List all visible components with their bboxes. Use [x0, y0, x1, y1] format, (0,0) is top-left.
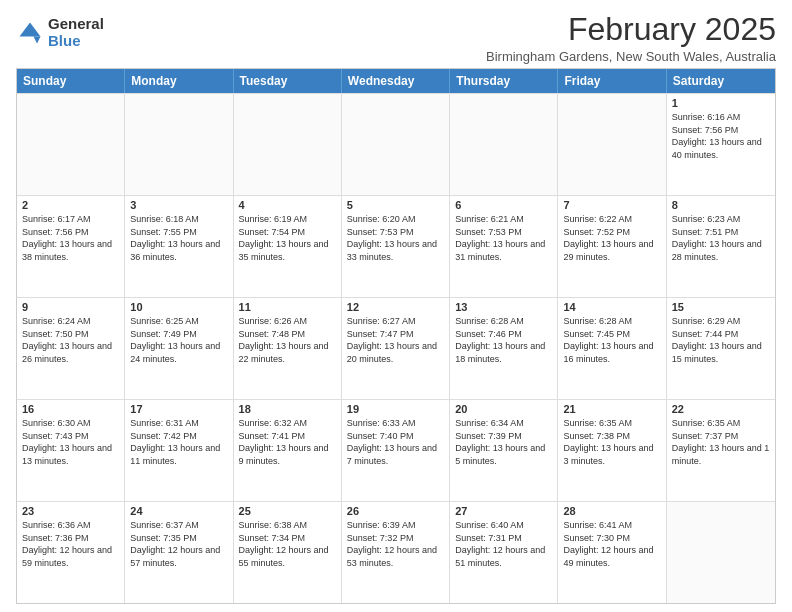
- calendar-cell: [558, 94, 666, 195]
- day-number: 5: [347, 199, 444, 211]
- calendar-cell: 25Sunrise: 6:38 AM Sunset: 7:34 PM Dayli…: [234, 502, 342, 603]
- cell-text: Sunrise: 6:35 AM Sunset: 7:38 PM Dayligh…: [563, 417, 660, 467]
- calendar-cell: 19Sunrise: 6:33 AM Sunset: 7:40 PM Dayli…: [342, 400, 450, 501]
- cell-text: Sunrise: 6:33 AM Sunset: 7:40 PM Dayligh…: [347, 417, 444, 467]
- cell-text: Sunrise: 6:26 AM Sunset: 7:48 PM Dayligh…: [239, 315, 336, 365]
- cell-text: Sunrise: 6:31 AM Sunset: 7:42 PM Dayligh…: [130, 417, 227, 467]
- cell-text: Sunrise: 6:27 AM Sunset: 7:47 PM Dayligh…: [347, 315, 444, 365]
- calendar-cell: 15Sunrise: 6:29 AM Sunset: 7:44 PM Dayli…: [667, 298, 775, 399]
- logo-text: General Blue: [48, 16, 104, 49]
- day-number: 17: [130, 403, 227, 415]
- cell-text: Sunrise: 6:34 AM Sunset: 7:39 PM Dayligh…: [455, 417, 552, 467]
- day-number: 28: [563, 505, 660, 517]
- calendar-header-cell: Saturday: [667, 69, 775, 93]
- cell-text: Sunrise: 6:39 AM Sunset: 7:32 PM Dayligh…: [347, 519, 444, 569]
- calendar-cell: [450, 94, 558, 195]
- calendar-cell: 7Sunrise: 6:22 AM Sunset: 7:52 PM Daylig…: [558, 196, 666, 297]
- calendar-cell: 18Sunrise: 6:32 AM Sunset: 7:41 PM Dayli…: [234, 400, 342, 501]
- calendar-cell: 12Sunrise: 6:27 AM Sunset: 7:47 PM Dayli…: [342, 298, 450, 399]
- calendar-header-cell: Thursday: [450, 69, 558, 93]
- day-number: 20: [455, 403, 552, 415]
- month-title: February 2025: [486, 12, 776, 47]
- calendar-header-cell: Tuesday: [234, 69, 342, 93]
- day-number: 13: [455, 301, 552, 313]
- day-number: 10: [130, 301, 227, 313]
- cell-text: Sunrise: 6:30 AM Sunset: 7:43 PM Dayligh…: [22, 417, 119, 467]
- calendar-cell: 13Sunrise: 6:28 AM Sunset: 7:46 PM Dayli…: [450, 298, 558, 399]
- cell-text: Sunrise: 6:16 AM Sunset: 7:56 PM Dayligh…: [672, 111, 770, 161]
- logo-icon: [16, 19, 44, 47]
- calendar-header-cell: Wednesday: [342, 69, 450, 93]
- cell-text: Sunrise: 6:28 AM Sunset: 7:45 PM Dayligh…: [563, 315, 660, 365]
- calendar-header-cell: Friday: [558, 69, 666, 93]
- cell-text: Sunrise: 6:36 AM Sunset: 7:36 PM Dayligh…: [22, 519, 119, 569]
- calendar-cell: [342, 94, 450, 195]
- calendar-row: 2Sunrise: 6:17 AM Sunset: 7:56 PM Daylig…: [17, 195, 775, 297]
- cell-text: Sunrise: 6:24 AM Sunset: 7:50 PM Dayligh…: [22, 315, 119, 365]
- calendar-header-row: SundayMondayTuesdayWednesdayThursdayFrid…: [17, 69, 775, 93]
- calendar-cell: 22Sunrise: 6:35 AM Sunset: 7:37 PM Dayli…: [667, 400, 775, 501]
- day-number: 6: [455, 199, 552, 211]
- calendar: SundayMondayTuesdayWednesdayThursdayFrid…: [16, 68, 776, 604]
- day-number: 12: [347, 301, 444, 313]
- logo-general-text: General: [48, 16, 104, 33]
- day-number: 22: [672, 403, 770, 415]
- cell-text: Sunrise: 6:41 AM Sunset: 7:30 PM Dayligh…: [563, 519, 660, 569]
- cell-text: Sunrise: 6:38 AM Sunset: 7:34 PM Dayligh…: [239, 519, 336, 569]
- calendar-cell: [17, 94, 125, 195]
- day-number: 7: [563, 199, 660, 211]
- day-number: 2: [22, 199, 119, 211]
- day-number: 4: [239, 199, 336, 211]
- day-number: 18: [239, 403, 336, 415]
- calendar-cell: 1Sunrise: 6:16 AM Sunset: 7:56 PM Daylig…: [667, 94, 775, 195]
- calendar-cell: 6Sunrise: 6:21 AM Sunset: 7:53 PM Daylig…: [450, 196, 558, 297]
- calendar-cell: [125, 94, 233, 195]
- calendar-cell: 9Sunrise: 6:24 AM Sunset: 7:50 PM Daylig…: [17, 298, 125, 399]
- calendar-cell: 3Sunrise: 6:18 AM Sunset: 7:55 PM Daylig…: [125, 196, 233, 297]
- svg-marker-0: [20, 22, 41, 36]
- cell-text: Sunrise: 6:23 AM Sunset: 7:51 PM Dayligh…: [672, 213, 770, 263]
- calendar-cell: 21Sunrise: 6:35 AM Sunset: 7:38 PM Dayli…: [558, 400, 666, 501]
- calendar-cell: 27Sunrise: 6:40 AM Sunset: 7:31 PM Dayli…: [450, 502, 558, 603]
- cell-text: Sunrise: 6:18 AM Sunset: 7:55 PM Dayligh…: [130, 213, 227, 263]
- calendar-cell: 17Sunrise: 6:31 AM Sunset: 7:42 PM Dayli…: [125, 400, 233, 501]
- day-number: 16: [22, 403, 119, 415]
- calendar-cell: [667, 502, 775, 603]
- day-number: 26: [347, 505, 444, 517]
- day-number: 21: [563, 403, 660, 415]
- cell-text: Sunrise: 6:28 AM Sunset: 7:46 PM Dayligh…: [455, 315, 552, 365]
- cell-text: Sunrise: 6:17 AM Sunset: 7:56 PM Dayligh…: [22, 213, 119, 263]
- calendar-cell: 14Sunrise: 6:28 AM Sunset: 7:45 PM Dayli…: [558, 298, 666, 399]
- calendar-row: 1Sunrise: 6:16 AM Sunset: 7:56 PM Daylig…: [17, 93, 775, 195]
- day-number: 9: [22, 301, 119, 313]
- calendar-header-cell: Sunday: [17, 69, 125, 93]
- calendar-cell: 10Sunrise: 6:25 AM Sunset: 7:49 PM Dayli…: [125, 298, 233, 399]
- cell-text: Sunrise: 6:19 AM Sunset: 7:54 PM Dayligh…: [239, 213, 336, 263]
- cell-text: Sunrise: 6:40 AM Sunset: 7:31 PM Dayligh…: [455, 519, 552, 569]
- cell-text: Sunrise: 6:21 AM Sunset: 7:53 PM Dayligh…: [455, 213, 552, 263]
- calendar-cell: 4Sunrise: 6:19 AM Sunset: 7:54 PM Daylig…: [234, 196, 342, 297]
- day-number: 27: [455, 505, 552, 517]
- svg-marker-1: [34, 36, 41, 43]
- cell-text: Sunrise: 6:35 AM Sunset: 7:37 PM Dayligh…: [672, 417, 770, 467]
- calendar-row: 9Sunrise: 6:24 AM Sunset: 7:50 PM Daylig…: [17, 297, 775, 399]
- calendar-cell: 26Sunrise: 6:39 AM Sunset: 7:32 PM Dayli…: [342, 502, 450, 603]
- day-number: 11: [239, 301, 336, 313]
- page: General Blue February 2025 Birmingham Ga…: [0, 0, 792, 612]
- logo-blue-text: Blue: [48, 33, 104, 50]
- calendar-cell: 11Sunrise: 6:26 AM Sunset: 7:48 PM Dayli…: [234, 298, 342, 399]
- calendar-cell: 2Sunrise: 6:17 AM Sunset: 7:56 PM Daylig…: [17, 196, 125, 297]
- calendar-cell: 5Sunrise: 6:20 AM Sunset: 7:53 PM Daylig…: [342, 196, 450, 297]
- location: Birmingham Gardens, New South Wales, Aus…: [486, 49, 776, 64]
- calendar-cell: 20Sunrise: 6:34 AM Sunset: 7:39 PM Dayli…: [450, 400, 558, 501]
- calendar-cell: 28Sunrise: 6:41 AM Sunset: 7:30 PM Dayli…: [558, 502, 666, 603]
- calendar-cell: 16Sunrise: 6:30 AM Sunset: 7:43 PM Dayli…: [17, 400, 125, 501]
- calendar-row: 16Sunrise: 6:30 AM Sunset: 7:43 PM Dayli…: [17, 399, 775, 501]
- cell-text: Sunrise: 6:29 AM Sunset: 7:44 PM Dayligh…: [672, 315, 770, 365]
- day-number: 23: [22, 505, 119, 517]
- cell-text: Sunrise: 6:32 AM Sunset: 7:41 PM Dayligh…: [239, 417, 336, 467]
- calendar-cell: 8Sunrise: 6:23 AM Sunset: 7:51 PM Daylig…: [667, 196, 775, 297]
- title-block: February 2025 Birmingham Gardens, New So…: [486, 12, 776, 64]
- day-number: 24: [130, 505, 227, 517]
- calendar-cell: 23Sunrise: 6:36 AM Sunset: 7:36 PM Dayli…: [17, 502, 125, 603]
